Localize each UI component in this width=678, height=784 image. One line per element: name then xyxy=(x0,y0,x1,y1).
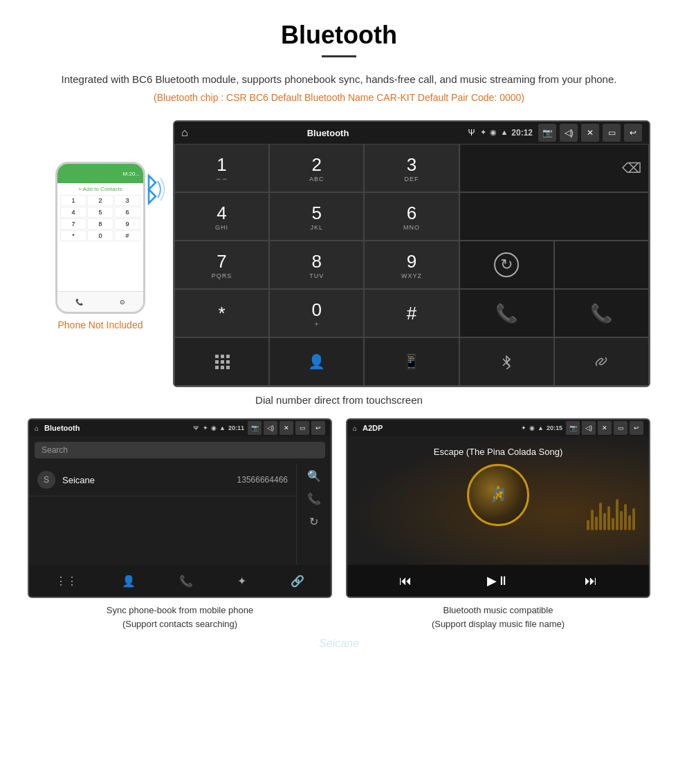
mu-vol-btn[interactable]: ◁) xyxy=(582,421,596,435)
svg-rect-5 xyxy=(226,360,230,364)
volume-icon-btn[interactable]: ◁) xyxy=(560,124,578,142)
phonebook-search-bar[interactable]: Search xyxy=(35,442,325,458)
window-icon-btn[interactable]: ▭ xyxy=(603,124,621,142)
pb-close-btn[interactable]: ✕ xyxy=(280,421,293,435)
phonebook-search-area: Search xyxy=(29,436,331,464)
dial-key-0[interactable]: 0+ xyxy=(269,289,364,337)
mu-home-icon[interactable]: ⌂ xyxy=(353,424,357,432)
dial-key-hash[interactable]: # xyxy=(364,289,459,337)
right-status-icons: 📷 ◁) ✕ ▭ ↩ xyxy=(538,124,642,142)
dial-key-3[interactable]: 3DEF xyxy=(364,144,459,192)
phone-key-5: 5 xyxy=(87,207,113,218)
phone-add-contacts-label: + Add to Contacts xyxy=(60,186,140,192)
usb-icon: Ψ xyxy=(468,128,475,138)
contacts-icon-btn[interactable]: 👤 xyxy=(269,337,364,386)
dial-display-area: ⌫ xyxy=(459,144,649,192)
svg-rect-8 xyxy=(226,366,230,369)
mu-cam-btn[interactable]: 📷 xyxy=(566,421,580,435)
phone-key-4: 4 xyxy=(60,207,86,218)
search-sidebar-icon[interactable]: 🔍 xyxy=(307,469,321,483)
pb-usb-icon: Ψ xyxy=(194,424,199,431)
play-pause-btn[interactable]: ▶⏸ xyxy=(487,573,509,588)
pb-signal-icon: ▲ xyxy=(219,424,226,431)
close-icon-btn[interactable]: ✕ xyxy=(581,124,599,142)
phonebook-caption: Sync phone-book from mobile phone (Suppo… xyxy=(28,604,332,631)
dial-key-8[interactable]: 8TUV xyxy=(269,241,364,289)
dial-key-2[interactable]: 2ABC xyxy=(269,144,364,192)
phone-key-2: 2 xyxy=(87,195,113,206)
dial-key-1[interactable]: 1∽∽ xyxy=(174,144,269,192)
music-controls-bar: ⏮ ▶⏸ ⏭ xyxy=(347,565,649,597)
contact-list: S Seicane 13566664466 xyxy=(29,464,296,565)
home-icon[interactable]: ⌂ xyxy=(181,127,188,139)
pb-back-btn[interactable]: ↩ xyxy=(311,421,325,435)
camera-icon-btn[interactable]: 📷 xyxy=(538,124,556,142)
dial-key-7[interactable]: 7PQRS xyxy=(174,241,269,289)
contact-item-seicane[interactable]: S Seicane 13566664466 xyxy=(29,464,296,496)
pb-cam-btn[interactable]: 📷 xyxy=(248,421,262,435)
dial-key-9[interactable]: 9WXYZ xyxy=(364,241,459,289)
svg-rect-2 xyxy=(226,355,230,358)
music-album-art: 🎵 xyxy=(467,464,529,526)
pb-home-icon[interactable]: ⌂ xyxy=(35,424,39,432)
pb-win-btn[interactable]: ▭ xyxy=(295,421,309,435)
dial-empty-3 xyxy=(554,241,649,289)
phonebook-status-bar: ⌂ Bluetooth Ψ ✦ ◉ ▲ 20:11 📷 ◁) ✕ ▭ ↩ xyxy=(29,420,331,436)
main-caption: Dial number direct from touchscreen xyxy=(28,394,650,406)
pb-bluetooth-icon[interactable]: ✦ xyxy=(237,575,246,588)
mu-close-btn[interactable]: ✕ xyxy=(598,421,612,435)
back-icon-btn[interactable]: ↩ xyxy=(624,124,642,142)
phone-bottom-bar: 📞⊙ xyxy=(57,291,143,312)
prev-track-btn[interactable]: ⏮ xyxy=(399,574,412,588)
phonebook-sidebar: 🔍 📞 ↻ xyxy=(296,464,331,565)
status-icons: ✦ ◉ ▲ 20:12 xyxy=(480,128,533,138)
bluetooth-status-icon: ✦ xyxy=(480,128,486,138)
dial-key-star[interactable]: * xyxy=(174,289,269,337)
main-status-bar: ⌂ Bluetooth Ψ ✦ ◉ ▲ 20:12 📷 ◁) ✕ ▭ ↩ xyxy=(174,122,649,144)
dialpad-icon-btn[interactable] xyxy=(174,337,269,386)
music-screen-container: ⌂ A2DP ✦ ◉ ▲ 20:15 📷 ◁) ✕ ▭ ↩ xyxy=(346,418,650,631)
pb-vol-btn[interactable]: ◁) xyxy=(264,421,277,435)
dial-empty-2: ↻ xyxy=(459,241,554,289)
dial-key-6[interactable]: 6MNO xyxy=(364,192,459,241)
mu-time: 20:15 xyxy=(547,424,562,431)
phone-key-1: 1 xyxy=(60,195,86,206)
music-content-area: Escape (The Pina Colada Song) 🎵 xyxy=(347,436,649,565)
link-icon-btn[interactable] xyxy=(554,337,649,386)
music-song-title: Escape (The Pina Colada Song) xyxy=(434,447,562,457)
pb-grid-icon[interactable]: ⋮⋮ xyxy=(55,575,77,588)
dial-key-5[interactable]: 5JKL xyxy=(269,192,364,241)
phone-icon-btn[interactable]: 📱 xyxy=(364,337,459,386)
svg-rect-4 xyxy=(221,360,224,364)
pb-link-icon[interactable]: 🔗 xyxy=(291,575,304,588)
mu-back-btn[interactable]: ↩ xyxy=(630,421,643,435)
pb-loc-icon: ◉ xyxy=(211,424,217,431)
dial-key-4[interactable]: 4GHI xyxy=(174,192,269,241)
contact-phone: 13566664466 xyxy=(237,475,288,485)
phonebook-content: S Seicane 13566664466 🔍 📞 ↻ xyxy=(29,464,331,565)
phonebook-android-screen: ⌂ Bluetooth Ψ ✦ ◉ ▲ 20:11 📷 ◁) ✕ ▭ ↩ xyxy=(28,418,332,598)
refresh-sidebar-icon[interactable]: ↻ xyxy=(309,515,318,528)
contact-name: Seicane xyxy=(62,475,237,485)
music-caption: Bluetooth music compatible (Support disp… xyxy=(346,604,650,631)
mu-bt-icon: ✦ xyxy=(521,424,526,431)
end-call-button[interactable]: 📞 xyxy=(554,289,649,337)
svg-rect-6 xyxy=(215,366,219,369)
contact-avatar: S xyxy=(37,471,55,489)
pb-user-icon[interactable]: 👤 xyxy=(122,575,136,588)
mu-win-btn[interactable]: ▭ xyxy=(614,421,627,435)
pb-phone-icon[interactable]: 📞 xyxy=(179,575,193,588)
pb-bt-icon: ✦ xyxy=(203,424,208,431)
phone-top-bar: M:20... xyxy=(57,164,143,183)
phone-key-7: 7 xyxy=(60,218,86,230)
contact-initial: S xyxy=(44,475,49,485)
call-sidebar-icon[interactable]: 📞 xyxy=(307,492,321,505)
mu-loc-icon: ◉ xyxy=(529,424,535,431)
bluetooth-icon-btn[interactable] xyxy=(459,337,554,386)
next-track-btn[interactable]: ⏭ xyxy=(585,574,597,588)
music-caption-line1: Bluetooth music compatible xyxy=(443,605,553,615)
svg-rect-7 xyxy=(221,366,224,369)
call-button[interactable]: 📞 xyxy=(459,289,554,337)
mu-signal-icon: ▲ xyxy=(538,424,544,431)
music-caption-line2: (Support display music file name) xyxy=(432,619,565,629)
